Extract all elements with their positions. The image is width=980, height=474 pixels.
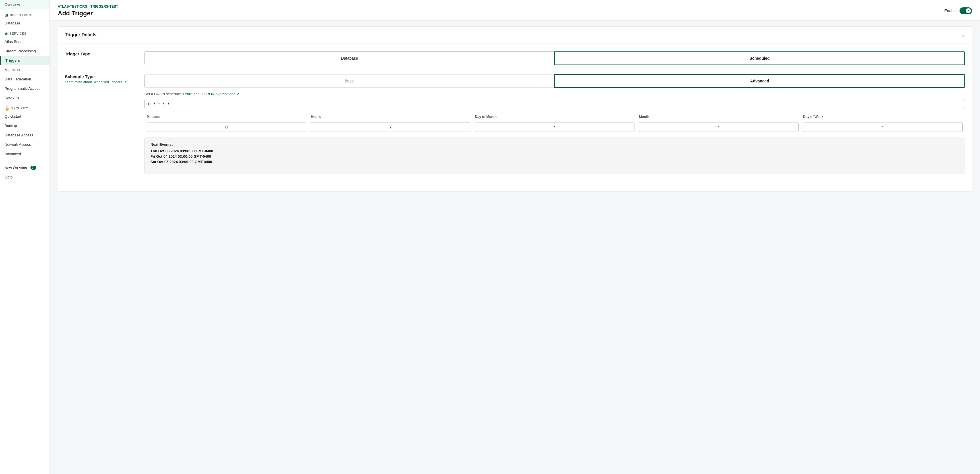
sidebar-item-database-access[interactable]: Database Access	[0, 130, 49, 140]
card-body: Trigger Type Database Scheduled Schedu	[58, 43, 972, 191]
sidebar-item-label: Database	[5, 21, 21, 25]
sidebar-item-goto[interactable]: Goto	[0, 173, 49, 182]
sidebar-section-deployment: ⊞ DEPLOYMENT	[0, 10, 49, 19]
next-events-ellipsis: ...	[150, 165, 959, 170]
next-event-3: Sat Oct 05 2024 03:00:00 GMT-0400	[150, 160, 959, 164]
sidebar-item-label: Data API	[5, 96, 19, 100]
sidebar-item-label: Stream Processing	[5, 49, 36, 53]
month-col-header: Month	[637, 113, 801, 121]
cron-learn-link[interactable]: Learn about CRON expressions ↗	[183, 92, 239, 96]
month-input[interactable]	[639, 122, 799, 132]
enable-toggle-group: Enable	[944, 7, 972, 14]
sidebar-item-data-federation[interactable]: Data Federation	[0, 75, 49, 84]
sidebar-item-stream-processing[interactable]: Stream Processing	[0, 46, 49, 56]
sidebar-item-label: New On Atlas	[5, 166, 27, 170]
day-of-week-col-header: Day of Week	[801, 113, 965, 121]
schedule-type-label: Schedule Type	[65, 74, 145, 79]
schedule-type-sublabel: Learn more about Scheduled Triggers. ↗	[65, 80, 145, 84]
trigger-type-button-group: Database Scheduled	[145, 51, 965, 65]
day-of-month-col-header: Day of Month	[473, 113, 637, 121]
learn-more-link[interactable]: Learn more about Scheduled Triggers. ↗	[65, 80, 127, 84]
trigger-type-database-button[interactable]: Database	[145, 51, 555, 65]
sidebar-collapse-button[interactable]: ‹	[49, 456, 50, 463]
minutes-input[interactable]	[147, 122, 306, 132]
trigger-type-label: Trigger Type	[65, 51, 145, 56]
page-header: ATLAS-TEST-ORG › TRIGGERS-TEST Add Trigg…	[50, 0, 980, 21]
next-events-panel: Next Events: Thu Oct 03 2024 03:00:00 GM…	[145, 138, 965, 174]
sidebar-item-label: Atlas Search	[5, 40, 25, 44]
sidebar-item-label: Network Access	[5, 143, 31, 147]
trigger-details-card: Trigger Details ⌄ Trigger Type Database …	[58, 27, 972, 192]
sidebar-item-label: Overview	[5, 3, 20, 7]
hours-col-header: Hours	[309, 113, 473, 121]
sidebar-item-label: Migration	[5, 68, 20, 72]
services-icon: ◈	[5, 31, 8, 36]
security-icon: 🔒	[5, 106, 10, 111]
sidebar-item-label: Quickstart	[5, 114, 21, 119]
page-title: Add Trigger	[58, 10, 118, 17]
next-event-2: Fri Oct 04 2024 03:00:00 GMT-0400	[150, 154, 959, 159]
schedule-type-basic-button[interactable]: Basic	[145, 74, 555, 88]
deployment-icon: ⊞	[5, 13, 8, 17]
trigger-type-row: Trigger Type Database Scheduled	[65, 51, 965, 65]
sidebar-item-advanced[interactable]: Advanced	[0, 149, 49, 159]
sidebar-section-security: 🔒 SECURITY	[0, 103, 49, 112]
schedule-type-button-group: Basic Advanced	[145, 74, 965, 88]
sidebar-item-label: Database Access	[5, 133, 33, 137]
next-event-1: Thu Oct 03 2024 03:00:00 GMT-0400	[150, 149, 959, 153]
breadcrumb-page[interactable]: TRIGGERS-TEST	[91, 5, 118, 8]
hours-input[interactable]	[311, 122, 470, 132]
sidebar-item-label: Advanced	[5, 152, 21, 156]
card-header: Trigger Details ⌄	[58, 27, 972, 43]
sidebar-item-quickstart[interactable]: Quickstart	[0, 112, 49, 121]
breadcrumb-org[interactable]: ATLAS-TEST-ORG	[58, 5, 87, 8]
sidebar-item-programmatic-access[interactable]: Programmatic Access	[0, 84, 49, 93]
sidebar-item-atlas-search[interactable]: Atlas Search	[0, 37, 49, 46]
breadcrumb-separator: ›	[87, 5, 91, 8]
sidebar-section-services: ◈ SERVICES	[0, 28, 49, 37]
sidebar-item-label: Triggers	[5, 58, 20, 62]
sidebar-item-new-on-atlas[interactable]: New On Atlas 9+	[0, 163, 49, 173]
enable-label: Enable	[944, 8, 957, 13]
enable-toggle[interactable]	[959, 7, 972, 14]
schedule-type-row: Schedule Type Learn more about Scheduled…	[65, 74, 965, 174]
sidebar-item-database[interactable]: Database	[0, 19, 49, 28]
sidebar-item-label: Programmatic Access	[5, 86, 40, 90]
trigger-type-scheduled-button[interactable]: Scheduled	[554, 51, 965, 65]
breadcrumb: ATLAS-TEST-ORG › TRIGGERS-TEST	[58, 5, 118, 8]
day-of-month-input[interactable]	[475, 122, 635, 132]
sidebar-item-label: Goto	[5, 175, 13, 179]
schedule-type-advanced-button[interactable]: Advanced	[554, 74, 965, 88]
sidebar-item-label: Data Federation	[5, 77, 31, 81]
chevron-down-icon[interactable]: ⌄	[961, 32, 965, 38]
minutes-col-header: Minutes	[145, 113, 309, 121]
next-events-label: Next Events:	[150, 143, 959, 147]
sidebar-item-network-access[interactable]: Network Access	[0, 140, 49, 149]
card-title: Trigger Details	[65, 32, 96, 38]
sidebar-item-label: Backup	[5, 124, 17, 128]
sidebar-item-migration[interactable]: Migration	[0, 65, 49, 75]
cron-fields-table: Minutes Hours Day of Month Month Day of …	[145, 113, 965, 133]
sidebar-item-data-api[interactable]: Data API	[0, 93, 49, 103]
sidebar-item-triggers[interactable]: Triggers	[0, 56, 49, 65]
new-on-atlas-badge: 9+	[30, 166, 37, 170]
sidebar-item-backup[interactable]: Backup	[0, 121, 49, 130]
cron-input[interactable]	[145, 99, 965, 109]
cron-info: Set a CRON schedule. Learn about CRON ex…	[145, 92, 965, 96]
sidebar-item-overview[interactable]: Overview	[0, 0, 49, 10]
day-of-week-input[interactable]	[803, 122, 963, 132]
